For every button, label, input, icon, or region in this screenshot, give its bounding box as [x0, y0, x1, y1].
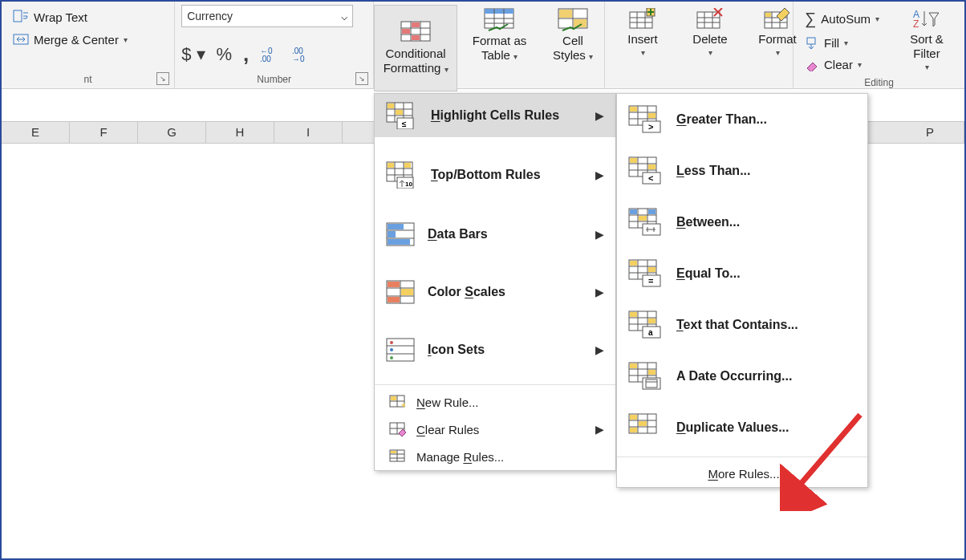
highlight-rules-icon: ≤ [386, 102, 418, 129]
menu-manage-rules[interactable]: Manage Rules... [375, 443, 615, 470]
svg-rect-60 [404, 163, 411, 168]
group-editing: ∑ AutoSum ▾ Fill ▾ Clear ▾ [794, 2, 964, 88]
svg-point-81 [390, 356, 393, 359]
dialog-launcher-alignment[interactable]: ↘ [156, 72, 169, 85]
svg-rect-75 [388, 297, 400, 302]
wrap-text-icon [13, 10, 29, 24]
menu-text-contains[interactable]: a Text that Contains... [617, 299, 867, 351]
percent-button[interactable]: % [217, 44, 233, 65]
group-number: Currency ⌵ $ ▾ % , ←0.00 .00→0 Number ↘ [175, 2, 374, 88]
sort-filter-button[interactable]: AZ Sort & Filter▾ [895, 5, 958, 75]
svg-rect-41 [765, 13, 771, 17]
menu-data-bars[interactable]: Data Bars ▶ [375, 214, 615, 254]
svg-rect-109 [648, 164, 656, 169]
column-header[interactable]: G [138, 122, 206, 143]
accounting-format-button[interactable]: $ ▾ [181, 44, 205, 65]
app-frame: Wrap Text Merge & Center ▾ nt ↘ Currency… [0, 0, 966, 560]
menu-more-rules[interactable]: More Rules... [617, 461, 867, 487]
eraser-icon [805, 59, 819, 71]
column-header[interactable]: E [2, 122, 70, 143]
format-as-table-label: Format as Table [473, 34, 527, 62]
menu-date-occurring[interactable]: A Date Occurring... [617, 351, 867, 402]
svg-rect-59 [388, 163, 394, 168]
menu-between[interactable]: Between... [617, 197, 867, 248]
svg-text:a: a [648, 328, 653, 337]
decrease-decimal-button[interactable]: .00→0 [292, 46, 313, 63]
less-than-icon: < [628, 156, 662, 185]
merge-center-label: Merge & Center [34, 33, 119, 47]
svg-rect-93 [391, 451, 396, 453]
column-header[interactable]: P [896, 122, 964, 143]
group-label-number: Number [181, 72, 367, 88]
increase-decimal-button[interactable]: ←0.00 [260, 46, 281, 63]
svg-rect-130 [648, 267, 656, 272]
between-icon [628, 208, 662, 237]
column-header[interactable]: I [274, 122, 343, 143]
svg-rect-50 [388, 103, 394, 108]
menu-equal-to[interactable]: = Equal To... [617, 248, 867, 299]
svg-rect-0 [14, 10, 22, 22]
sort-filter-label: Sort & Filter [902, 32, 952, 61]
menu-clear-rules[interactable]: Clear Rules ▶ [375, 416, 615, 443]
autosum-button[interactable]: ∑ AutoSum ▾ [800, 6, 884, 31]
comma-style-button[interactable]: , [243, 42, 249, 67]
svg-rect-158 [639, 421, 647, 426]
svg-text:Z: Z [913, 18, 919, 30]
dialog-launcher-number[interactable]: ↘ [355, 72, 368, 85]
svg-point-80 [390, 348, 393, 351]
svg-rect-157 [630, 415, 637, 420]
group-styles: Conditional Formatting ▾ Format as Table… [374, 2, 605, 88]
fill-down-icon [805, 37, 819, 50]
menu-highlight-cells-rules[interactable]: ≤ Highlight Cells Rules ▶ [375, 94, 615, 137]
column-header[interactable]: H [206, 122, 274, 143]
delete-cells-icon [696, 8, 724, 30]
format-as-table-button[interactable]: Format as Table ▾ [457, 5, 542, 66]
clear-button[interactable]: Clear ▾ [800, 55, 884, 75]
column-header[interactable]: F [70, 122, 138, 143]
svg-rect-100 [648, 113, 656, 118]
svg-rect-148 [648, 370, 656, 375]
fill-button[interactable]: Fill ▾ [800, 33, 884, 53]
chevron-down-icon: ⌵ [341, 10, 347, 22]
greater-than-icon: > [628, 105, 662, 134]
wrap-text-label: Wrap Text [34, 10, 87, 24]
cell-styles-button[interactable]: Cell Styles ▾ [542, 5, 604, 66]
duplicate-values-icon [628, 413, 662, 442]
svg-rect-23 [559, 10, 572, 18]
number-format-select[interactable]: Currency ⌵ [181, 5, 353, 27]
menu-greater-than[interactable]: > Greater Than... [617, 94, 867, 145]
svg-rect-13 [412, 35, 420, 40]
svg-rect-67 [388, 231, 396, 237]
menu-top-bottom-rules[interactable]: 10 Top/Bottom Rules ▶ [375, 153, 615, 197]
svg-rect-15 [485, 9, 513, 14]
sigma-icon: ∑ [805, 10, 816, 28]
svg-text:≤: ≤ [402, 120, 407, 128]
menu-color-scales[interactable]: Color Scales ▶ [375, 272, 615, 312]
svg-rect-99 [630, 107, 637, 112]
color-scales-icon [386, 280, 415, 304]
cell-styles-icon [558, 8, 588, 32]
increase-decimal-icon: ←0.00 [260, 46, 281, 63]
highlight-cells-rules-submenu: > Greater Than... < Less Than... Between… [616, 93, 868, 488]
top-bottom-icon: 10 [386, 161, 418, 189]
insert-button[interactable]: Insert▾ [611, 5, 674, 61]
svg-rect-24 [574, 19, 586, 27]
menu-icon-sets[interactable]: Icon Sets ▶ [375, 330, 615, 370]
svg-rect-108 [630, 158, 637, 163]
svg-rect-119 [639, 216, 647, 221]
svg-rect-73 [388, 282, 400, 287]
merge-center-button[interactable]: Merge & Center ▾ [8, 29, 132, 50]
svg-rect-118 [648, 209, 656, 214]
delete-button[interactable]: Delete▾ [679, 5, 741, 61]
svg-text:.00: .00 [260, 55, 271, 63]
insert-cells-icon [629, 8, 656, 30]
menu-duplicate-values[interactable]: Duplicate Values... [617, 402, 867, 453]
conditional-formatting-button[interactable]: Conditional Formatting ▾ [374, 5, 457, 91]
menu-new-rule[interactable]: New Rule... [375, 388, 615, 416]
wrap-text-button[interactable]: Wrap Text [8, 6, 132, 27]
chevron-right-icon: ▶ [595, 109, 604, 122]
svg-rect-11 [412, 22, 420, 27]
svg-rect-74 [401, 289, 413, 295]
menu-less-than[interactable]: < Less Than... [617, 145, 867, 197]
svg-text:=: = [648, 276, 653, 286]
